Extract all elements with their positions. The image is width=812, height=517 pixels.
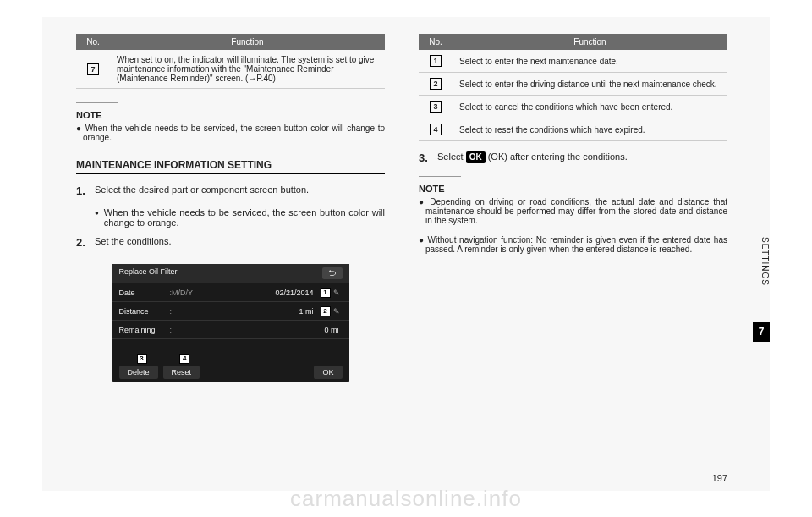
row-distance[interactable]: Distance : 1 mi 2 ✎ [112,302,349,321]
row-value: 1 mi [212,307,317,316]
row-label: Remaining [119,326,170,334]
row-date[interactable]: Date :M/D/Y 02/21/2014 1 ✎ [112,283,349,302]
section-heading: MAINTENANCE INFORMATION SETTING [76,159,385,174]
step-1: 1. Select the desired part or component … [76,184,385,197]
table-header-no: No. [76,34,110,50]
ok-button[interactable]: OK [314,366,342,379]
function-text: Select to reset the conditions which hav… [453,118,727,141]
callout-2: 2 [321,306,331,316]
row-format: :M/D/Y [170,289,212,297]
note-text: When the vehicle needs to be serviced, t… [76,124,385,142]
note-rule [419,176,461,177]
row-label: Distance [119,307,170,316]
right-column: No. Function 1 Select to enter the next … [419,34,727,474]
callout-4: 4 [179,354,189,364]
settings-screen: Replace Oil Filter ⮌ Date :M/D/Y 02/21/2… [112,264,349,382]
left-column: No. Function 7 When set to on, the indic… [76,34,385,474]
step-number: 2. [76,236,95,249]
function-text: Select to enter the driving distance unt… [453,73,727,96]
reset-button[interactable]: 4 Reset [163,366,200,379]
table-row: 2 Select to enter the driving distance u… [419,73,727,96]
function-table-left: No. Function 7 When set to on, the indic… [76,34,385,89]
function-text: When set to on, the indicator will illum… [110,50,385,89]
note-label: NOTE [419,184,727,194]
table-row: 3 Select to cancel the conditions which … [419,96,727,118]
ok-icon: OK [466,151,486,163]
back-button[interactable]: ⮌ [322,267,343,279]
row-label: Date [119,289,170,297]
row-remaining: Remaining : 0 mi [112,321,349,339]
table-header-no: No. [419,34,453,50]
page-number: 197 [712,473,727,483]
function-table-right: No. Function 1 Select to enter the next … [419,34,727,141]
step-3: 3. Select OK (OK) after entering the con… [419,151,727,164]
watermark: carmanualsonline.info [290,486,522,512]
note-text: Depending on driving or road conditions,… [419,197,727,225]
edit-icon[interactable]: ✎ [331,307,343,316]
step-text: Select OK (OK) after entering the condit… [437,151,727,164]
step-number: 1. [76,184,95,197]
callout-3: 3 [430,101,442,113]
note-label: NOTE [76,110,385,120]
side-tab-number: 7 [753,322,770,342]
step-text: Set the conditions. [95,236,385,249]
row-value: 0 mi [212,326,343,334]
callout-1: 1 [321,288,331,298]
table-header-function: Function [453,34,727,50]
step-2: 2. Set the conditions. [76,236,385,249]
note-rule [76,102,118,103]
step-1-bullet: When the vehicle needs to be serviced, t… [95,207,385,228]
table-row: 4 Select to reset the conditions which h… [419,118,727,141]
side-tab-label: SETTINGS [760,237,770,286]
row-colon: : [170,326,212,334]
callout-7: 7 [87,63,99,75]
callout-4: 4 [430,124,442,135]
step-number: 3. [419,151,437,164]
delete-button[interactable]: 3 Delete [119,366,158,379]
table-row: 7 When set to on, the indicator will ill… [76,50,385,89]
table-row: 1 Select to enter the next maintenance d… [419,50,727,73]
callout-1: 1 [430,55,442,67]
function-text: Select to enter the next maintenance dat… [453,50,727,73]
row-value: 02/21/2014 [212,289,317,297]
row-colon: : [170,307,212,316]
screen-title: Replace Oil Filter [119,267,178,279]
table-header-function: Function [110,34,385,50]
callout-3: 3 [137,354,147,364]
callout-2: 2 [430,78,442,90]
note-text: Without navigation function: No reminder… [419,235,727,254]
function-text: Select to cancel the conditions which ha… [453,96,727,118]
page-content: No. Function 7 When set to on, the indic… [42,17,770,491]
step-text: Select the desired part or component scr… [95,184,385,197]
edit-icon[interactable]: ✎ [331,289,343,297]
